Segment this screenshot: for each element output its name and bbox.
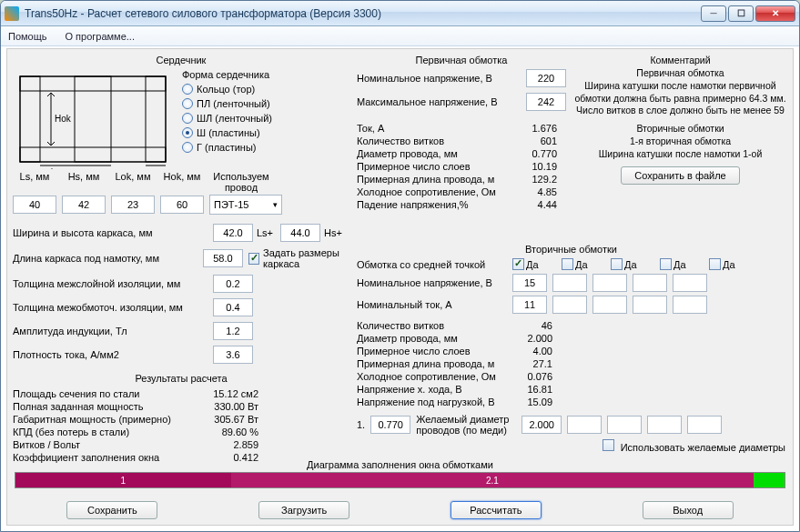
input-hok[interactable] bbox=[160, 196, 204, 214]
wish1-diameter[interactable] bbox=[522, 416, 562, 434]
use-wish-checkbox[interactable] bbox=[603, 439, 614, 451]
main-window: Trans50Hz - Расчет сетевого силового тра… bbox=[0, 0, 800, 532]
frame-h-input[interactable] bbox=[280, 224, 320, 242]
svg-text:Ls: Ls bbox=[86, 167, 95, 169]
fill-bar: 1 2.1 bbox=[15, 472, 785, 488]
radio-sh[interactable]: Ш (пластины) bbox=[182, 125, 349, 140]
sec3-nominal-input[interactable] bbox=[592, 274, 627, 292]
interwinding-label: Толщина межобмоточ. изоляции, мм bbox=[13, 302, 213, 313]
wish5-diameter[interactable] bbox=[687, 416, 722, 434]
diagram-title: Диаграмма заполнения окна обмотками bbox=[15, 459, 785, 470]
maximize-button[interactable]: ☐ bbox=[728, 5, 754, 22]
radio-shl[interactable]: ШЛ (ленточный) bbox=[182, 111, 349, 125]
density-input[interactable] bbox=[213, 346, 253, 364]
comment-heading: Комментарий bbox=[573, 55, 787, 65]
wish2-diameter[interactable] bbox=[567, 416, 602, 434]
winding-len-input[interactable] bbox=[203, 249, 243, 267]
wish4-diameter[interactable] bbox=[647, 416, 682, 434]
minimize-button[interactable]: ─ bbox=[701, 5, 726, 22]
svg-rect-0 bbox=[20, 76, 166, 162]
sec4-nominal-input[interactable] bbox=[633, 274, 667, 292]
winding-len-label: Длина каркаса под намотку, мм bbox=[13, 253, 203, 264]
dim-lok-label: Lok, мм bbox=[111, 171, 155, 193]
primary-heading: Первичная обмотка bbox=[357, 55, 566, 65]
bar-segment-free bbox=[754, 473, 785, 487]
shape-label: Форма сердечника bbox=[182, 69, 349, 80]
input-ls[interactable] bbox=[13, 196, 56, 214]
sec3-current-input[interactable] bbox=[592, 296, 627, 314]
set-sizes-checkbox[interactable] bbox=[248, 253, 259, 265]
svg-rect-3 bbox=[75, 76, 111, 162]
core-diagram: Hok Lok Ls Hs bbox=[13, 69, 177, 169]
sec5-midpoint-check[interactable] bbox=[709, 258, 721, 270]
wire-label: Используем провод bbox=[209, 171, 273, 193]
input-lok[interactable] bbox=[111, 196, 155, 214]
secondary-heading: Вторичные обмотки bbox=[357, 244, 785, 255]
save-comment-button[interactable]: Сохранить в файле bbox=[621, 166, 739, 185]
sec5-current-input[interactable] bbox=[673, 296, 707, 314]
exit-button[interactable]: Выход bbox=[643, 501, 734, 519]
close-button[interactable]: ✕ bbox=[755, 5, 795, 22]
svg-rect-1 bbox=[20, 76, 40, 162]
interlayer-input[interactable] bbox=[213, 275, 253, 293]
bar-segment-primary: 1 bbox=[15, 473, 231, 487]
dim-hok-label: Hok, мм bbox=[160, 171, 204, 193]
radio-pl[interactable]: ПЛ (ленточный) bbox=[182, 96, 349, 111]
load-button[interactable]: Загрузить bbox=[258, 501, 349, 519]
bar-segment-secondary: 2.1 bbox=[231, 473, 754, 487]
comment-prim-title: Первичная обмотка bbox=[573, 67, 787, 78]
frame-w-input[interactable] bbox=[213, 224, 253, 242]
content-area: Сердечник Hok Lok bbox=[6, 48, 794, 526]
sec1-current-input[interactable] bbox=[512, 296, 547, 314]
sec2-midpoint-check[interactable] bbox=[562, 258, 573, 270]
sec2-nominal-input[interactable] bbox=[552, 274, 587, 292]
comment-sec-text: Ширина катушки после намотки 1-ой bbox=[573, 148, 787, 161]
input-hs[interactable] bbox=[62, 196, 106, 214]
calculate-button[interactable]: Рассчитать bbox=[451, 501, 542, 519]
sec5-nominal-input[interactable] bbox=[673, 274, 707, 292]
save-button[interactable]: Сохранить bbox=[66, 501, 157, 519]
primary-nominal-input[interactable] bbox=[526, 69, 566, 87]
svg-text:Hok: Hok bbox=[55, 114, 72, 124]
actual-diameter[interactable] bbox=[370, 416, 410, 434]
window-title: Trans50Hz - Расчет сетевого силового тра… bbox=[25, 7, 701, 20]
dim-ls-label: Ls, мм bbox=[13, 171, 56, 193]
result-row: Площадь сечения по стали15.12 см2 bbox=[13, 387, 349, 400]
svg-rect-2 bbox=[146, 76, 166, 162]
radio-ring[interactable]: Кольцо (тор) bbox=[182, 82, 349, 96]
induction-input[interactable] bbox=[213, 322, 253, 340]
result-row: Витков / Вольт2.859 bbox=[13, 438, 349, 451]
svg-rect-5 bbox=[20, 147, 166, 162]
result-row: КПД (без потерь в стали)89.60 % bbox=[13, 426, 349, 438]
svg-text:Hs: Hs bbox=[149, 167, 159, 169]
app-icon bbox=[5, 6, 19, 21]
sec4-midpoint-check[interactable] bbox=[660, 258, 672, 270]
frame-wh-label: Ширина и высота каркаса, мм bbox=[13, 227, 213, 238]
result-row: Габаритная мощность (примерно)305.67 Вт bbox=[13, 413, 349, 426]
sec3-midpoint-check[interactable] bbox=[611, 258, 623, 270]
svg-text:Lok: Lok bbox=[42, 167, 56, 169]
comment-sec-sub: 1-я вторичная обмотка bbox=[573, 136, 787, 146]
comment-sec-heading: Вторичные обмотки bbox=[573, 123, 787, 134]
sec2-current-input[interactable] bbox=[552, 296, 587, 314]
sec1-midpoint-check[interactable] bbox=[512, 258, 524, 270]
density-label: Плотность тока, А/мм2 bbox=[13, 349, 213, 360]
primary-max-input[interactable] bbox=[526, 93, 566, 111]
titlebar[interactable]: Trans50Hz - Расчет сетевого силового тра… bbox=[1, 1, 799, 26]
radio-g[interactable]: Г (пластины) bbox=[182, 140, 349, 155]
sec4-current-input[interactable] bbox=[633, 296, 667, 314]
menu-about[interactable]: О программе... bbox=[66, 31, 135, 42]
sec1-nominal-input[interactable] bbox=[512, 274, 547, 292]
wish3-diameter[interactable] bbox=[607, 416, 642, 434]
interlayer-label: Толщина межслойной изоляции, мм bbox=[13, 278, 213, 289]
core-heading: Сердечник bbox=[13, 55, 349, 65]
result-row: Полная заданная мощность330.00 Вт bbox=[13, 400, 349, 413]
wire-select[interactable]: ПЭТ-15 bbox=[209, 195, 282, 215]
interwinding-input[interactable] bbox=[213, 298, 253, 316]
induction-label: Амплитуда индукции, Тл bbox=[13, 326, 213, 336]
svg-rect-4 bbox=[20, 76, 166, 91]
comment-prim-text: Ширина катушки после намотки первичной о… bbox=[573, 80, 787, 117]
menu-help[interactable]: Помощь bbox=[8, 31, 47, 42]
results-title: Результаты расчета bbox=[13, 373, 349, 384]
menubar: Помощь О программе... bbox=[1, 26, 799, 46]
